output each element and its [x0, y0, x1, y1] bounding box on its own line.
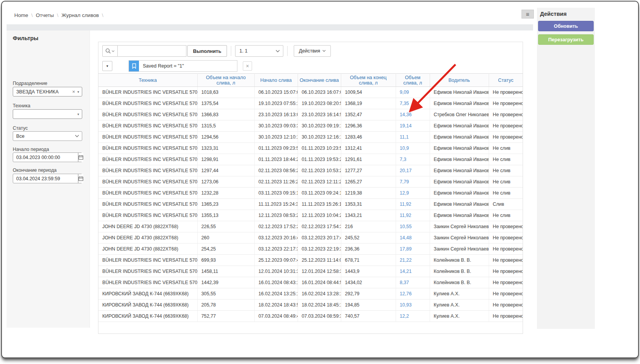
table-row[interactable]: BÜHLER INDUSTRIES INC VERSATILE 570 (216… — [98, 199, 523, 210]
cell-status: Не проверено — [489, 221, 523, 232]
column-header-status[interactable]: Статус — [489, 74, 523, 87]
cell-driver: Ефимов Николай Иванович — [430, 143, 489, 154]
division-combobox[interactable]: ЗВЕЗДА ТЕХНИКА × ▾ — [13, 87, 82, 97]
drain-volume-link[interactable]: 19,14 — [400, 123, 412, 129]
table-row[interactable]: BÜHLER INDUSTRIES INC VERSATILE 570 (216… — [98, 176, 523, 188]
column-header-tehnika[interactable]: Техника — [98, 74, 197, 87]
drain-volume-link[interactable]: 21,22 — [400, 257, 412, 263]
column-header-drain-volume[interactable]: Объем слива, л — [396, 74, 430, 87]
cell-drain-end: 02.11.2023 12:11:23 — [298, 176, 341, 188]
cell-driver: Ефимов Николай Иванович — [430, 188, 489, 199]
cell-drain-start: 12.11.2023 08:53:24 — [254, 210, 298, 221]
calendar-icon[interactable] — [78, 174, 83, 183]
tech-combobox[interactable]: ▾ — [13, 109, 82, 119]
cell-status: Слив — [489, 199, 523, 210]
calendar-icon[interactable] — [78, 153, 83, 162]
drain-volume-link[interactable]: 10,93 — [400, 302, 412, 308]
search-button[interactable] — [102, 45, 118, 57]
bookmark-icon[interactable] — [129, 61, 139, 71]
column-header-drain-start[interactable]: Начало слива — [254, 74, 298, 87]
reload-button[interactable]: Перезагрузить — [538, 34, 594, 45]
drain-volume-link[interactable]: 10,55 — [400, 224, 412, 229]
drain-volume-link[interactable]: 7,3 — [400, 157, 406, 162]
table-row[interactable]: BÜHLER INDUSTRIES INC VERSATILE 570 (216… — [98, 98, 523, 109]
drain-volume-link[interactable]: 14,48 — [400, 235, 412, 240]
close-icon[interactable]: × — [243, 61, 252, 71]
clear-icon[interactable]: × — [71, 89, 77, 95]
menu-button[interactable]: ≡ — [521, 10, 534, 19]
table-row[interactable]: BÜHLER INDUSTRIES INC VERSATILE 570 (216… — [98, 165, 523, 176]
cell-drain-start: 01.11.2023 09:23:52 — [254, 143, 298, 154]
drain-volume-link[interactable]: 11,1 — [400, 134, 409, 140]
cell-tehnika: BÜHLER INDUSTRIES INC VERSATILE 570 (216… — [98, 266, 197, 277]
chevron-down-icon[interactable]: ▾ — [76, 112, 82, 116]
cell-status: Не проверено — [489, 266, 523, 277]
period-end-input[interactable] — [13, 174, 78, 183]
chevron-down-icon[interactable]: ▾ — [76, 90, 82, 94]
table-row[interactable]: BÜHLER INDUSTRIES INC VERSATILE 570 (216… — [98, 120, 523, 132]
execute-button[interactable]: Выполнить — [187, 45, 227, 57]
cell-tehnika: JOHN DEERE JD 4730 (8822XT68) — [98, 232, 197, 244]
refresh-button[interactable]: Обновить — [538, 21, 594, 31]
cell-volume-end: 194,85 — [341, 300, 396, 311]
saved-report-chip[interactable]: Saved Report = "1" — [129, 60, 237, 72]
drain-volume-link[interactable]: 8,37 — [400, 280, 409, 285]
breadcrumb-item[interactable]: Home — [14, 12, 28, 18]
drain-volume-link[interactable]: 17,89 — [400, 246, 412, 252]
cell-status: Не проверено — [489, 120, 523, 132]
drain-volume-link[interactable]: 20,17 — [400, 168, 412, 173]
table-row[interactable]: КИРОВСКИЙ ЗАВОД К-744 (6639XK68)305,5516… — [98, 288, 523, 300]
table-row[interactable]: JOHN DEERE JD 4730 (8822XT68)254,2503.12… — [98, 244, 523, 255]
column-header-driver[interactable]: Водитель — [430, 74, 489, 87]
search-input[interactable] — [118, 45, 186, 57]
table-row[interactable]: BÜHLER INDUSTRIES INC VERSATILE 570 (216… — [98, 266, 523, 277]
period-start-input[interactable] — [13, 153, 78, 162]
table-row[interactable]: JOHN DEERE JD 4730 (8822XT68)226,5502.12… — [98, 221, 523, 232]
cell-volume-start: 260 — [197, 232, 254, 244]
breadcrumb-item[interactable]: Отчеты — [36, 12, 54, 18]
table-row[interactable]: BÜHLER INDUSTRIES INC VERSATILE 570 (216… — [98, 132, 523, 143]
drain-volume-link[interactable]: 11,92 — [400, 213, 411, 218]
cell-volume-end: 1291,61 — [341, 154, 396, 165]
cell-tehnika: BÜHLER INDUSTRIES INC VERSATILE 570 (216… — [98, 154, 197, 165]
breadcrumb-item[interactable]: Журнал сливов — [61, 12, 99, 18]
column-header-volume-end[interactable]: Объем на конец слива, л — [341, 74, 396, 87]
table-row[interactable]: КИРОВСКИЙ ЗАВОД К-744 (6639XK68)205,7818… — [98, 300, 523, 311]
cell-drain-end: 19.10.2023 08:20:56 — [298, 98, 341, 109]
drain-volume-link[interactable]: 11,92 — [400, 201, 411, 207]
filter-expand-button[interactable]: ▼ — [102, 61, 112, 71]
table-row[interactable]: BÜHLER INDUSTRIES INC VERSATILE 570 (216… — [98, 277, 523, 288]
status-select[interactable]: Все — [13, 131, 82, 141]
table-row[interactable]: JOHN DEERE JD 4730 (8822XT68)26003.12.20… — [98, 232, 523, 244]
table-row[interactable]: BÜHLER INDUSTRIES INC VERSATILE 570 (216… — [98, 255, 523, 266]
cell-tehnika: BÜHLER INDUSTRIES INC VERSATILE 570 (216… — [98, 132, 197, 143]
table-row[interactable]: BÜHLER INDUSTRIES INC VERSATILE 570 (216… — [98, 154, 523, 165]
cell-driver: Заикин Сергей Николаевич — [430, 232, 489, 244]
drain-volume-link[interactable]: 12,2 — [400, 313, 409, 319]
cell-drain-volume: 11,1 — [396, 132, 430, 143]
drain-volume-link[interactable]: 9,09 — [400, 90, 409, 95]
cell-status: Не проверено — [489, 98, 523, 109]
drain-volume-link[interactable]: 14,36 — [400, 112, 412, 117]
table-row[interactable]: КИРОВСКИЙ ЗАВОД К-744 (6639XK68)752,7707… — [98, 311, 523, 322]
drain-volume-link[interactable]: 14,21 — [400, 269, 412, 274]
drain-volume-link[interactable]: 12,9 — [400, 190, 409, 196]
table-row[interactable]: BÜHLER INDUSTRIES INC VERSATILE 570 (216… — [98, 143, 523, 154]
table-row[interactable]: BÜHLER INDUSTRIES INC VERSATILE 570 (216… — [98, 210, 523, 221]
drain-volume-link[interactable]: 7,35 — [400, 101, 409, 106]
column-header-drain-end[interactable]: Окончание слива — [298, 74, 341, 87]
column-header-volume-start[interactable]: Объем на начало слива, л — [197, 74, 254, 87]
period-start-label: Начало периода — [13, 147, 49, 152]
table-row[interactable]: BÜHLER INDUSTRIES INC VERSATILE 570 (216… — [98, 87, 523, 98]
drain-volume-link[interactable]: 7,79 — [400, 179, 409, 185]
cell-drain-start: 02.11.2023 11:26:23 — [254, 176, 298, 188]
drain-volume-link[interactable]: 10,9 — [400, 146, 409, 151]
cell-status: Не проверено — [489, 288, 523, 300]
cell-driver: Ефимов Николай Иванович — [430, 165, 489, 176]
report-version-select[interactable]: 1. 1 — [235, 45, 283, 57]
cell-drain-volume: 17,89 — [396, 244, 430, 255]
table-actions-button[interactable]: Действия — [294, 45, 331, 57]
table-row[interactable]: BÜHLER INDUSTRIES INC VERSATILE 570 (216… — [98, 188, 523, 199]
drain-volume-link[interactable]: 12,76 — [400, 291, 412, 296]
table-row[interactable]: BÜHLER INDUSTRIES INC VERSATILE 570 (216… — [98, 109, 523, 120]
